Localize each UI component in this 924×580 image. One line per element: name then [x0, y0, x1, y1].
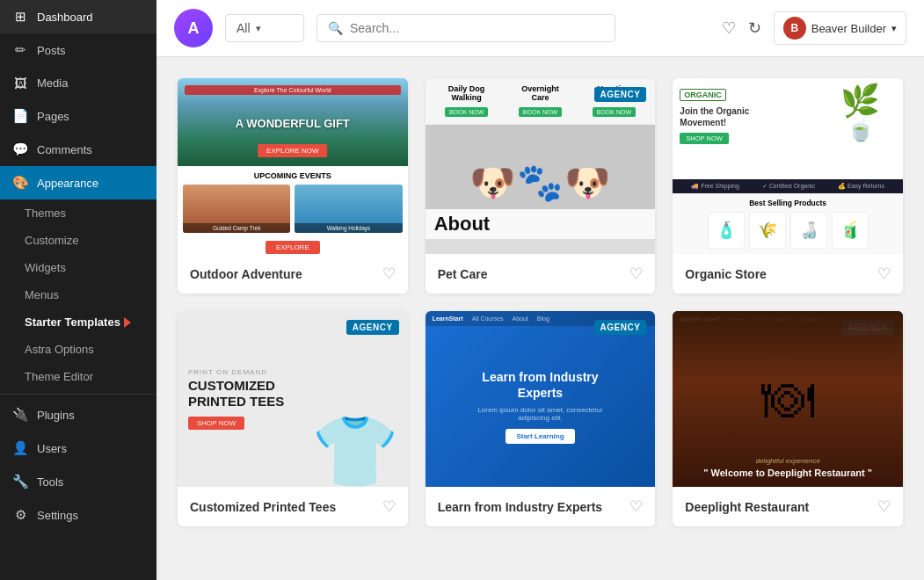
event-card-2: Walking Holidays	[295, 185, 402, 233]
favorite-heart-icon[interactable]: ♡	[629, 265, 643, 283]
sidebar-item-pages[interactable]: 📄 Pages	[0, 99, 156, 133]
service-btn-2[interactable]: BOOK NOW	[519, 107, 562, 117]
favorite-heart-icon[interactable]: ♡	[629, 497, 643, 516]
organic-logo-badge: ORGANIC	[680, 89, 726, 101]
dashboard-icon: ⊞	[12, 9, 28, 25]
agency-badge: AGENCY	[346, 320, 399, 335]
event-label-1: Guided Camp Trek	[183, 223, 290, 233]
dogs-image: 🐶 🐾 🐶 About	[426, 125, 656, 239]
sidebar-item-label: Dashboard	[37, 11, 93, 24]
sidebar-item-label: Plugins	[37, 409, 75, 422]
service-item-1: Daily DogWalking BOOK NOW	[445, 84, 488, 118]
rest-script: delightful experience	[683, 457, 892, 465]
template-card-restaurant: AGENCY DEEPLIGHT Home Food Gallery Conta…	[673, 311, 903, 526]
organic-products-visual: 🌿 🍵	[826, 85, 896, 141]
sidebar-item-label: Appearance	[37, 177, 98, 190]
appearance-icon: 🎨	[12, 175, 28, 191]
card-footer-tshirt: Customized Printed Tees ♡	[178, 487, 408, 526]
card-footer-organic: Organic Store ♡	[673, 254, 903, 294]
chevron-down-icon: ▾	[256, 23, 261, 34]
template-card-pet-care: AGENCY Daily DogWalking BOOK NOW Overnig…	[426, 78, 656, 294]
organic-cta-btn[interactable]: SHOP NOW	[680, 133, 729, 144]
sidebar-item-comments[interactable]: 💬 Comments	[0, 133, 156, 166]
service-item-2: OvernightCare BOOK NOW	[519, 84, 562, 118]
organic-bottle-img: 🍵	[848, 120, 874, 141]
card-title: Customized Printed Tees	[190, 500, 336, 514]
service-title-2: OvernightCare	[519, 84, 562, 102]
filter-dropdown[interactable]: All ▾	[225, 14, 304, 42]
card-footer-petcare: Pet Care ♡	[426, 254, 656, 294]
service-btn-1[interactable]: BOOK NOW	[445, 107, 488, 117]
sidebar-item-astra-options[interactable]: Astra Options	[0, 336, 156, 363]
sidebar-item-label: Posts	[37, 44, 66, 57]
sidebar-item-media[interactable]: 🖼 Media	[0, 67, 156, 99]
template-card-education: AGENCY LearnStart All Courses About Blog…	[426, 311, 656, 526]
sidebar-item-tools[interactable]: 🔧 Tools	[0, 465, 156, 498]
feature-1: 🚚 Free Shipping	[691, 183, 739, 190]
user-menu-button[interactable]: B Beaver Builder ▾	[774, 11, 906, 45]
card-title: Pet Care	[438, 267, 488, 281]
dog-face-2: 🐾	[517, 161, 563, 204]
users-icon: 👤	[12, 440, 28, 456]
event-card-1: Guided Camp Trek	[183, 185, 290, 233]
tshirt-shop-btn[interactable]: SHOP NOW	[188, 417, 244, 430]
media-icon: 🖼	[12, 76, 28, 91]
customize-label: Customize	[25, 234, 78, 247]
favorite-heart-icon[interactable]: ♡	[382, 265, 396, 283]
favorites-button[interactable]: ♡	[722, 18, 736, 38]
about-overlay: About	[426, 209, 656, 239]
sidebar-item-dashboard[interactable]: ⊞ Dashboard	[0, 0, 156, 33]
feature-3: 💰 Easy Returns	[838, 183, 884, 190]
pages-icon: 📄	[12, 108, 28, 124]
card-title: Deeplight Restaurant	[685, 500, 809, 514]
menus-label: Menus	[25, 288, 59, 301]
card-image-restaurant: AGENCY DEEPLIGHT Home Food Gallery Conta…	[673, 311, 903, 487]
card-image-tshirt: AGENCY PRINT ON DEMAND CUSTOMIZEDPRINTED…	[178, 311, 408, 487]
organic-hero: ORGANIC Join the OrganicMovement! SHOP N…	[673, 78, 903, 179]
favorite-heart-icon[interactable]: ♡	[877, 497, 891, 516]
sidebar-item-label: Settings	[37, 509, 78, 522]
edu-cta-btn[interactable]: Start Learning	[506, 429, 574, 444]
sidebar-item-users[interactable]: 👤 Users	[0, 431, 156, 465]
adventure-cta: EXPLORE NOW	[258, 144, 328, 157]
sidebar-item-starter-templates[interactable]: Starter Templates	[0, 308, 156, 336]
sidebar-item-label: Media	[37, 76, 68, 90]
events-row: Guided Camp Trek Walking Holidays	[183, 185, 403, 233]
sidebar-item-menus[interactable]: Menus	[0, 281, 156, 308]
sidebar-item-appearance[interactable]: 🎨 Appearance	[0, 166, 156, 199]
sidebar-item-widgets[interactable]: Widgets	[0, 254, 156, 281]
plugins-icon: 🔌	[12, 407, 28, 423]
sidebar-item-label: Comments	[37, 143, 92, 156]
refresh-button[interactable]: ↻	[748, 18, 761, 38]
edu-nav-3: Blog	[537, 315, 549, 322]
filter-label: All	[236, 21, 251, 35]
events-button[interactable]: EXPLORE	[266, 241, 320, 254]
service-btn-3[interactable]: BOOK NOW	[593, 107, 636, 117]
upcoming-events-section: UPCOMING EVENTS Guided Camp Trek Walking…	[178, 166, 408, 254]
card-image-outdoor: Explore The Colourful World A WONDERFUL …	[178, 78, 408, 254]
adventure-headline: A WONDERFUL GIFT	[236, 117, 350, 130]
products-row: 🧴 🌾 🍶 🧃	[680, 212, 896, 249]
user-name: Beaver Builder	[811, 22, 886, 35]
user-avatar: B	[783, 17, 806, 40]
sidebar-item-settings[interactable]: ⚙ Settings	[0, 498, 156, 532]
event-label-2: Walking Holidays	[295, 223, 402, 233]
card-title: Learn from Industry Experts	[438, 500, 603, 514]
sidebar-item-plugins[interactable]: 🔌 Plugins	[0, 398, 156, 431]
search-input[interactable]	[350, 21, 604, 35]
starter-templates-label: Starter Templates	[25, 315, 120, 329]
organic-product-img: 🌿	[840, 85, 880, 117]
card-footer-education: Learn from Industry Experts ♡	[426, 487, 656, 526]
sidebar-item-label: Users	[37, 442, 67, 455]
sidebar-item-theme-editor[interactable]: Theme Editor	[0, 363, 156, 390]
search-icon: 🔍	[328, 21, 343, 35]
arrow-right-icon	[124, 317, 131, 328]
favorite-heart-icon[interactable]: ♡	[382, 497, 396, 516]
edu-hero: Learn from IndustryExperts Lorem ipsum d…	[426, 326, 656, 487]
sidebar-item-themes[interactable]: Themes	[0, 199, 156, 227]
tshirt-promo-text: PRINT ON DEMAND CUSTOMIZEDPRINTED TEES S…	[188, 368, 284, 430]
sidebar-item-customize[interactable]: Customize	[0, 227, 156, 254]
sidebar-item-posts[interactable]: ✏ Posts	[0, 33, 156, 67]
favorite-heart-icon[interactable]: ♡	[877, 265, 891, 283]
header-actions: ♡ ↻ B Beaver Builder ▾	[722, 11, 906, 45]
